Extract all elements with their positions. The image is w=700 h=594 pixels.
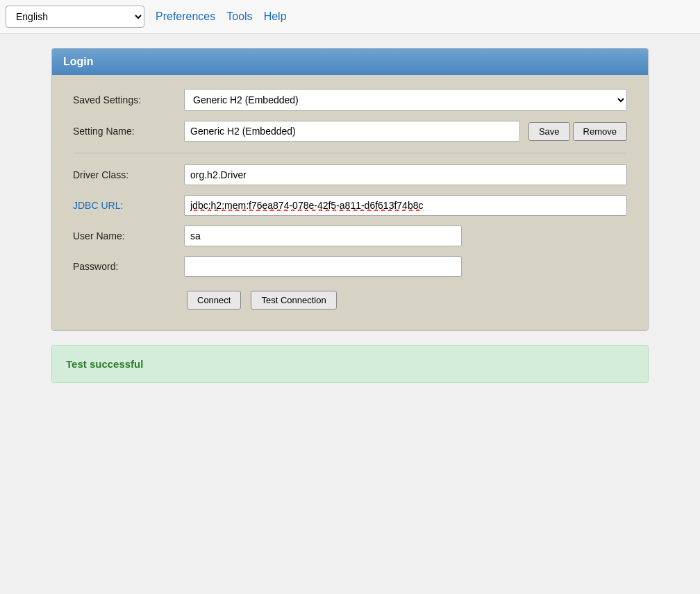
saved-settings-label: Saved Settings:: [73, 94, 184, 105]
username-label: User Name:: [73, 230, 184, 241]
connect-row: Connect Test Connection: [73, 291, 627, 309]
preferences-link[interactable]: Preferences: [156, 10, 215, 23]
password-input[interactable]: [184, 256, 462, 277]
setting-name-row: Setting Name: Save Remove: [73, 121, 627, 142]
menu-bar: EnglishFrenchGermanSpanish Preferences T…: [0, 0, 700, 34]
login-title: Login: [63, 56, 94, 67]
password-row: Password:: [73, 256, 627, 277]
username-input[interactable]: [184, 226, 462, 246]
save-button[interactable]: Save: [528, 122, 570, 141]
jdbc-url-input[interactable]: [184, 195, 627, 216]
success-banner: Test successful: [51, 345, 649, 383]
login-panel-body: Saved Settings: Generic H2 (Embedded)Gen…: [52, 75, 648, 330]
tools-link[interactable]: Tools: [226, 10, 252, 23]
test-connection-button[interactable]: Test Connection: [251, 291, 336, 309]
password-label: Password:: [73, 261, 184, 272]
jdbc-url-row: JDBC URL:: [73, 195, 627, 216]
saved-settings-select[interactable]: Generic H2 (Embedded)Generic H2 (Server)…: [184, 89, 627, 111]
success-message: Test successful: [66, 358, 143, 370]
saved-settings-row: Saved Settings: Generic H2 (Embedded)Gen…: [73, 89, 627, 111]
driver-class-label: Driver Class:: [73, 169, 184, 180]
remove-button[interactable]: Remove: [573, 122, 627, 141]
help-link[interactable]: Help: [264, 10, 287, 23]
login-panel: Login Saved Settings: Generic H2 (Embedd…: [51, 48, 649, 331]
setting-name-input[interactable]: [184, 121, 520, 142]
username-row: User Name:: [73, 226, 627, 246]
divider: [73, 153, 627, 153]
language-select[interactable]: EnglishFrenchGermanSpanish: [6, 6, 144, 28]
connect-button[interactable]: Connect: [187, 291, 241, 309]
driver-class-row: Driver Class:: [73, 164, 627, 185]
login-panel-header: Login: [52, 49, 648, 75]
jdbc-url-label: JDBC URL:: [73, 200, 184, 211]
driver-class-input[interactable]: [184, 164, 627, 185]
setting-name-label: Setting Name:: [73, 126, 184, 137]
